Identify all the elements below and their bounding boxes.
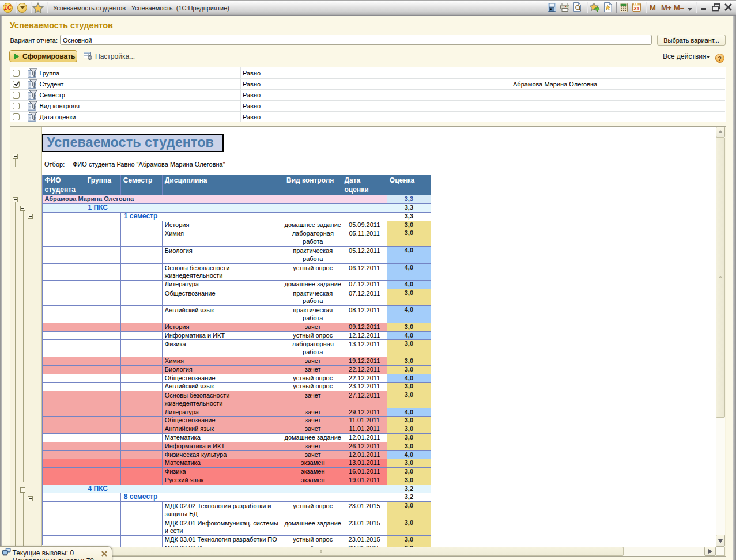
- svg-text:31: 31: [633, 6, 639, 12]
